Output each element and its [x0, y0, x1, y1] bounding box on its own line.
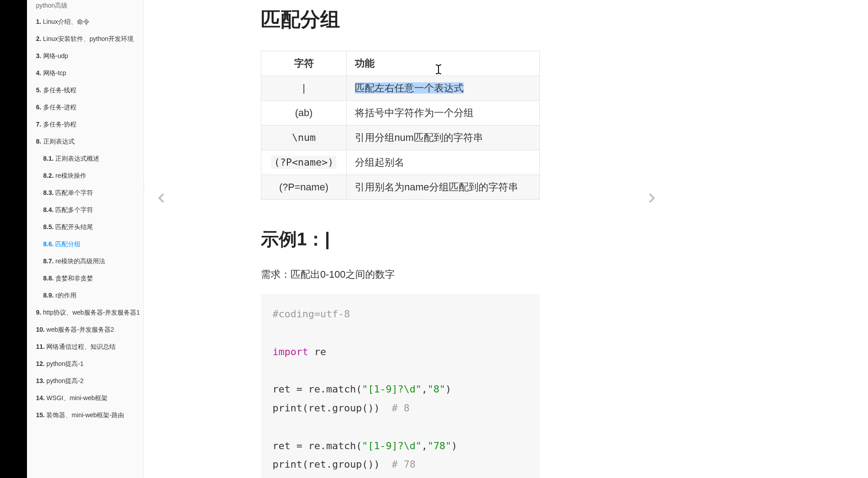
sidebar-item-3[interactable]: 3. 网络-udp [27, 48, 143, 65]
table-cell-desc: 匹配左右任意一个表达式 [347, 76, 540, 101]
sidebar: python高级 1. Linux介绍、命令 2. Linux安装软件、pyth… [27, 0, 144, 478]
sidebar-section-title: python高级 [27, 0, 143, 14]
example-heading: 示例1：| [261, 227, 540, 252]
sidebar-item-4[interactable]: 4. 网络-tcp [27, 65, 143, 82]
table-header-func: 功能 [347, 51, 540, 76]
sidebar-item-13[interactable]: 13. python提高-2 [27, 373, 143, 390]
chevron-left-icon [156, 192, 168, 204]
content: 匹配分组 字符 功能 | 匹配左右任意一个表达式 (ab) 将括号中字符作为一个… [144, 0, 657, 478]
page-title: 匹配分组 [261, 6, 540, 33]
code-block: #coding=utf-8 import re ret = re.match("… [261, 294, 540, 478]
table-cell-char: (?P=name) [261, 175, 347, 200]
sidebar-item-11[interactable]: 11. 网络通信过程、知识总结 [27, 338, 143, 356]
table-row: (ab) 将括号中字符作为一个分组 [261, 101, 540, 126]
example-description: 需求：匹配出0-100之间的数字 [261, 268, 540, 281]
sidebar-item-2[interactable]: 2. Linux安装软件、python开发环境 [27, 31, 143, 48]
table-cell-char: (ab) [261, 101, 347, 126]
sidebar-subitem-8-5[interactable]: 8.5. 匹配开头结尾 [27, 219, 143, 236]
table-row: \num 引用分组num匹配到的字符串 [261, 126, 540, 150]
sidebar-item-15[interactable]: 15. 装饰器、mini-web框架-路由 [27, 407, 143, 424]
sidebar-item-7[interactable]: 7. 多任务-协程 [27, 116, 143, 133]
sidebar-subitem-8-8[interactable]: 8.8. 贪婪和非贪婪 [27, 270, 143, 287]
sidebar-subitem-8-9[interactable]: 8.9. r的作用 [27, 287, 143, 304]
sidebar-subitem-8-1[interactable]: 8.1. 正则表达式概述 [27, 150, 143, 167]
sidebar-item-9[interactable]: 9. http协议、web服务器-并发服务器1 [27, 304, 143, 321]
sidebar-subitem-8-6[interactable]: 8.6. 匹配分组 [27, 236, 143, 253]
table-header-char: 字符 [261, 51, 347, 76]
left-letterbox [0, 0, 27, 478]
table-cell-desc: 引用别名为name分组匹配到的字符串 [347, 175, 540, 200]
sidebar-item-14[interactable]: 14. WSGI、mini-web框架 [27, 390, 143, 407]
chevron-right-icon [645, 192, 658, 204]
table-row: (?P<name>) 分组起别名 [261, 150, 540, 175]
sidebar-subitem-8-4[interactable]: 8.4. 匹配多个字符 [27, 202, 143, 219]
table-cell-desc: 分组起别名 [347, 150, 540, 175]
table-row: | 匹配左右任意一个表达式 [261, 76, 540, 101]
sidebar-item-12[interactable]: 12. python提高-1 [27, 356, 143, 373]
sidebar-subitem-8-3[interactable]: 8.3. 匹配单个字符 [27, 185, 143, 202]
table-cell-desc: 引用分组num匹配到的字符串 [347, 126, 540, 150]
sidebar-subitem-8-2[interactable]: 8.2. re模块操作 [27, 167, 143, 185]
table-row: (?P=name) 引用别名为name分组匹配到的字符串 [261, 175, 540, 200]
sidebar-item-6[interactable]: 6. 多任务-进程 [27, 99, 143, 116]
selected-text: 匹配左右任意一个表达式 [355, 82, 464, 94]
table-cell-char: (?P<name>) [261, 150, 347, 175]
sidebar-item-10[interactable]: 10. web服务器-并发服务器2 [27, 321, 143, 338]
prev-page-button[interactable] [153, 189, 171, 207]
sidebar-item-5[interactable]: 5. 多任务-线程 [27, 82, 143, 99]
table-cell-char: \num [261, 126, 347, 150]
sidebar-item-1[interactable]: 1. Linux介绍、命令 [27, 14, 143, 31]
sidebar-subitem-8-7[interactable]: 8.7. re模块的高级用法 [27, 253, 143, 270]
next-page-button[interactable] [642, 189, 660, 207]
table-cell-char: | [261, 76, 347, 101]
table-cell-desc: 将括号中字符作为一个分组 [347, 101, 540, 126]
sidebar-item-8[interactable]: 8. 正则表达式 [27, 133, 143, 150]
table-header-row: 字符 功能 [261, 51, 540, 76]
grouping-table: 字符 功能 | 匹配左右任意一个表达式 (ab) 将括号中字符作为一个分组 \n… [261, 51, 540, 200]
